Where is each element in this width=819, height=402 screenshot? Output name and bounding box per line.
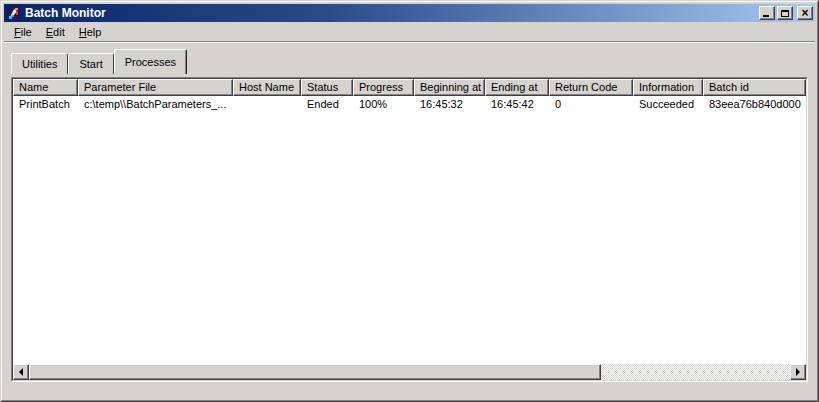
column-header-parameter-file[interactable]: Parameter File xyxy=(78,79,233,96)
column-header-information[interactable]: Information xyxy=(633,79,703,96)
batch-monitor-window: Batch Monitor × File Edit Help Utilities… xyxy=(0,0,819,402)
close-icon: × xyxy=(801,8,808,18)
column-header-host-name[interactable]: Host Name xyxy=(233,79,301,96)
menu-edit[interactable]: Edit xyxy=(39,23,72,40)
tab-start[interactable]: Start xyxy=(68,53,113,74)
list-header-row: Name Parameter File Host Name Status Pro… xyxy=(13,79,806,96)
tab-bar: Utilities Start Processes xyxy=(11,49,808,74)
menu-file[interactable]: File xyxy=(7,23,39,40)
cell-batch-id: 83eea76b840d000 xyxy=(703,96,806,112)
column-header-batch-id[interactable]: Batch id xyxy=(703,79,806,96)
scroll-right-button[interactable] xyxy=(790,364,806,380)
tab-utilities[interactable]: Utilities xyxy=(11,53,68,74)
column-header-return-code[interactable]: Return Code xyxy=(549,79,633,96)
cell-return-code: 0 xyxy=(549,96,633,112)
cell-parameter-file: c:\temp\\BatchParameters_... xyxy=(78,96,233,112)
column-header-progress[interactable]: Progress xyxy=(353,79,414,96)
minimize-button[interactable] xyxy=(759,6,775,20)
horizontal-scrollbar xyxy=(13,364,806,380)
scroll-left-button[interactable] xyxy=(13,364,29,380)
minimize-icon xyxy=(763,15,769,17)
column-header-status[interactable]: Status xyxy=(301,79,353,96)
table-row[interactable]: PrintBatch c:\temp\\BatchParameters_... … xyxy=(13,96,806,112)
menu-help[interactable]: Help xyxy=(72,23,109,40)
menu-bar: File Edit Help xyxy=(4,22,815,42)
cell-ending-at: 16:45:42 xyxy=(485,96,549,112)
arrow-right-icon xyxy=(796,368,800,376)
scrollbar-track[interactable] xyxy=(601,364,790,380)
cell-beginning-at: 16:45:32 xyxy=(414,96,485,112)
cell-host-name xyxy=(233,96,301,112)
scrollbar-thumb[interactable] xyxy=(29,364,601,380)
window-title: Batch Monitor xyxy=(25,6,757,20)
maximize-icon xyxy=(781,10,789,17)
column-header-name[interactable]: Name xyxy=(13,79,78,96)
arrow-left-icon xyxy=(19,368,23,376)
maximize-button[interactable] xyxy=(777,6,793,20)
close-button[interactable]: × xyxy=(797,6,813,20)
window-frame: Batch Monitor × File Edit Help Utilities… xyxy=(1,1,818,401)
process-list-viewport: Name Parameter File Host Name Status Pro… xyxy=(12,78,807,381)
client-area: Utilities Start Processes Name Parameter… xyxy=(4,42,815,398)
column-header-ending-at[interactable]: Ending at xyxy=(485,79,549,96)
column-header-beginning-at[interactable]: Beginning at xyxy=(414,79,485,96)
process-list: Name Parameter File Host Name Status Pro… xyxy=(11,77,808,382)
list-empty-area xyxy=(13,112,806,364)
cell-name: PrintBatch xyxy=(13,96,78,112)
cell-status: Ended xyxy=(301,96,353,112)
title-bar[interactable]: Batch Monitor × xyxy=(4,4,815,22)
tab-processes[interactable]: Processes xyxy=(114,49,187,74)
cell-information: Succeeded xyxy=(633,96,703,112)
app-icon xyxy=(6,5,22,21)
cell-progress: 100% xyxy=(353,96,414,112)
